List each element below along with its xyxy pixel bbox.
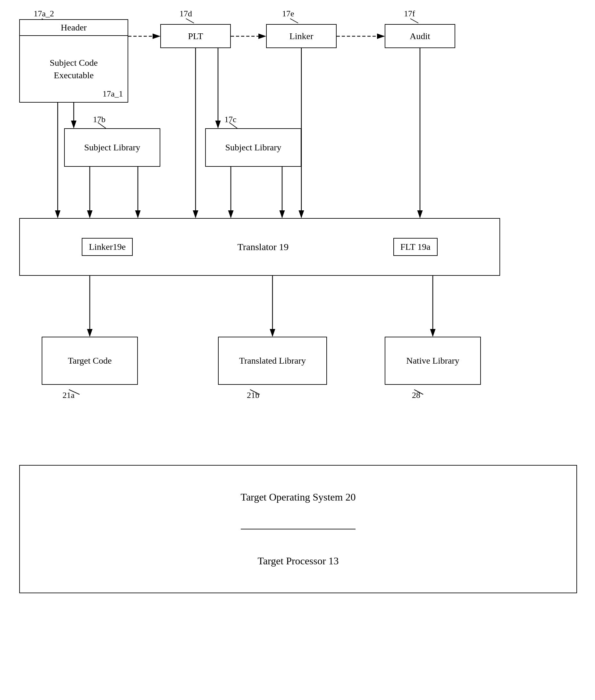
linker-top-box: Linker — [266, 24, 337, 48]
label-17c: 17c — [224, 115, 236, 124]
label-28: 28 — [412, 391, 420, 400]
label-21b: 21b — [247, 391, 259, 400]
label-17a2: 17a_2 — [34, 9, 54, 19]
plt-box: PLT — [160, 24, 231, 48]
translated-lib-box: Translated Library — [218, 337, 327, 385]
label-17f: 17f — [404, 9, 415, 19]
flt19a-box: FLT 19a — [393, 238, 437, 256]
label-17d: 17d — [179, 9, 192, 19]
target-os-label: Target Operating System 20 — [241, 466, 356, 529]
subject-lib-c-box: Subject Library — [205, 128, 301, 167]
label-17a1: 17a_1 — [103, 89, 123, 99]
linker19e-box: Linker19e — [82, 238, 133, 256]
svg-line-22 — [290, 19, 298, 23]
translator19-label: Translator 19 — [237, 242, 289, 252]
label-17b: 17b — [93, 115, 106, 124]
label-21a: 21a — [62, 391, 75, 400]
audit-box: Audit — [385, 24, 455, 48]
svg-line-21 — [186, 19, 194, 23]
header-label: Header — [20, 20, 128, 36]
diagram-container: 17a_2 17d 17e 17f Header Subject CodeExe… — [0, 0, 595, 700]
target-os-container-box: Target Operating System 20 Target Proces… — [19, 465, 577, 593]
target-processor-label: Target Processor 13 — [257, 529, 339, 593]
svg-line-23 — [410, 19, 418, 23]
subject-lib-b-box: Subject Library — [64, 128, 160, 167]
target-code-box: Target Code — [42, 337, 138, 385]
translator-container-box: Linker19e Translator 19 FLT 19a — [19, 218, 500, 276]
label-17e: 17e — [282, 9, 294, 19]
native-lib-box: Native Library — [385, 337, 481, 385]
